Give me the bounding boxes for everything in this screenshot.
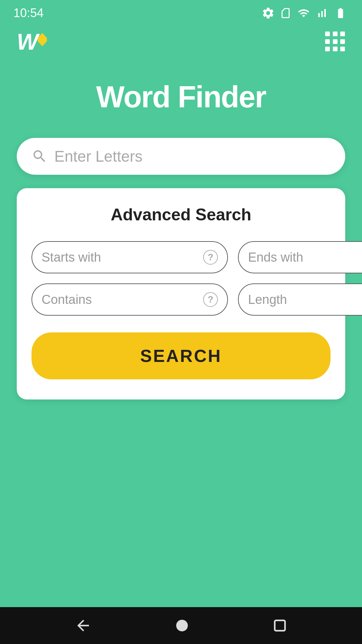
advanced-search-title: Advanced Search (32, 205, 330, 224)
storage-icon (280, 6, 292, 20)
ends-with-input[interactable] (248, 250, 362, 265)
main-search-input[interactable] (54, 147, 330, 165)
ends-with-field-wrapper[interactable]: ? (238, 241, 362, 273)
logo-dot (38, 33, 47, 46)
search-icon (32, 148, 48, 164)
svg-rect-1 (275, 621, 285, 631)
main-search-bar[interactable] (17, 138, 345, 175)
bottom-nav (0, 607, 362, 644)
contains-help-icon[interactable]: ? (203, 292, 218, 307)
logo-letter: W (17, 30, 37, 53)
search-button[interactable]: SEARCH (32, 332, 330, 379)
contains-input[interactable] (42, 292, 200, 307)
starts-with-field-wrapper[interactable]: ? (32, 241, 228, 273)
status-time: 10:54 (13, 6, 44, 20)
recent-apps-button[interactable] (272, 618, 288, 633)
contains-field-wrapper[interactable]: ? (32, 283, 228, 316)
back-button[interactable] (74, 617, 92, 634)
main-content: Word Finder Advanced Search ? ? (0, 60, 362, 399)
status-icons (261, 6, 349, 20)
starts-with-input[interactable] (42, 250, 200, 265)
signal-icon (316, 6, 328, 20)
svg-point-0 (176, 620, 188, 632)
grid-menu-icon[interactable] (325, 32, 345, 52)
app-bar: W (0, 23, 362, 60)
settings-icon (261, 6, 275, 20)
wifi-icon (296, 7, 311, 19)
home-button[interactable] (173, 617, 191, 634)
app-logo: W (17, 30, 47, 53)
filter-grid: ? ? ? ? (32, 241, 330, 316)
page-title: Word Finder (96, 80, 266, 114)
status-bar: 10:54 (0, 0, 362, 23)
battery-icon (333, 7, 349, 19)
advanced-search-panel: Advanced Search ? ? ? ? SEARC (17, 188, 345, 399)
starts-with-help-icon[interactable]: ? (203, 250, 218, 265)
length-field-wrapper[interactable]: ? (238, 283, 362, 316)
length-input[interactable] (248, 292, 362, 307)
